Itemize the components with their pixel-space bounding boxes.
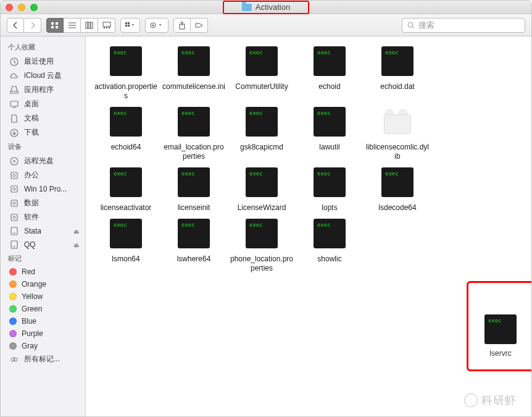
svg-rect-25 — [10, 101, 18, 106]
sidebar-item[interactable]: 应用程序 — [1, 83, 85, 97]
sidebar-item-label: 软件 — [24, 212, 39, 222]
file-item[interactable]: activation.properties — [93, 46, 159, 101]
file-item[interactable]: liblicensecomlic.dylib — [365, 107, 430, 161]
svg-rect-14 — [125, 22, 127, 24]
svg-point-43 — [14, 358, 17, 361]
eject-icon[interactable]: ⏏ — [73, 242, 79, 248]
zoom-button[interactable] — [30, 4, 38, 11]
file-item[interactable]: phone_location.properties — [229, 219, 294, 273]
sidebar-item[interactable]: Yellow — [1, 290, 85, 303]
sidebar[interactable]: 个人收藏最近使用iCloud 云盘应用程序桌面文稿下载设备远程光盘办公Win 1… — [1, 36, 86, 416]
file-item[interactable]: lawutil — [297, 107, 362, 161]
content-area[interactable]: activation.propertiescommutelicense.iniC… — [86, 36, 531, 416]
svg-rect-8 — [88, 22, 90, 28]
dragged-file[interactable]: lservrc — [484, 314, 517, 358]
disc-icon — [9, 156, 19, 166]
sidebar-item-label: Stata — [24, 227, 41, 235]
back-button[interactable] — [7, 18, 24, 33]
file-item[interactable]: commutelicense.ini — [161, 46, 227, 101]
file-grid: activation.propertiescommutelicense.iniC… — [93, 46, 524, 273]
eject-icon[interactable]: ⏏ — [73, 228, 79, 235]
file-label: licenseinit — [178, 203, 210, 213]
search-field[interactable]: 搜索 — [402, 18, 525, 33]
sidebar-item[interactable]: 所有标记... — [1, 352, 85, 366]
file-item[interactable]: LicenseWizard — [229, 167, 294, 213]
sidebar-section-header: 设备 — [1, 140, 85, 154]
tag-dot-icon — [9, 293, 17, 300]
file-item[interactable]: licenseactivator — [93, 167, 159, 213]
tag-dot-icon — [9, 268, 17, 276]
sidebar-item[interactable]: 远程光盘 — [1, 154, 85, 168]
exec-icon — [178, 167, 210, 200]
file-item[interactable]: showlic — [297, 219, 362, 273]
sidebar-item-label: 办公 — [24, 170, 39, 180]
svg-rect-34 — [11, 200, 17, 206]
svg-point-35 — [13, 202, 15, 204]
file-label: showlic — [317, 255, 341, 264]
view-gallery-button[interactable] — [98, 18, 115, 33]
sidebar-item-label: Yellow — [22, 292, 43, 301]
sidebar-item[interactable]: 办公 — [1, 168, 85, 182]
file-item[interactable]: lopts — [297, 167, 362, 213]
exec-icon — [178, 46, 210, 78]
file-item[interactable]: lsmon64 — [93, 219, 159, 273]
sidebar-item[interactable]: Win 10 Pro... — [1, 182, 85, 196]
exec-icon — [178, 219, 210, 251]
sidebar-item-label: Orange — [22, 280, 46, 289]
sidebar-item[interactable]: 软件 — [1, 210, 85, 224]
action-menu-button[interactable] — [145, 18, 168, 33]
file-item[interactable]: echoid.dat — [365, 46, 430, 101]
sidebar-item[interactable]: Blue — [1, 315, 85, 327]
sidebar-item-label: Gray — [22, 342, 38, 350]
svg-rect-16 — [125, 25, 127, 27]
sidebar-item[interactable]: Orange — [1, 278, 85, 290]
svg-rect-38 — [11, 227, 17, 235]
file-item[interactable]: lsdecode64 — [365, 167, 430, 213]
cloud-icon — [9, 71, 19, 81]
sidebar-item[interactable]: 最近使用 — [1, 54, 85, 69]
file-item[interactable]: CommuterUtility — [229, 46, 294, 101]
sidebar-item[interactable]: Green — [1, 303, 85, 315]
window-title: Activation — [242, 2, 290, 12]
file-label: lservrc — [489, 349, 511, 358]
file-item[interactable]: gsk8capicmd — [229, 107, 294, 161]
svg-rect-40 — [11, 241, 17, 248]
sidebar-item[interactable]: Red — [1, 266, 85, 278]
sidebar-item[interactable]: 文稿 — [1, 111, 85, 125]
view-icons-button[interactable] — [46, 18, 64, 33]
svg-rect-0 — [51, 22, 54, 25]
file-item[interactable]: email_location.properties — [161, 107, 227, 161]
sidebar-item-label: QQ — [24, 240, 36, 249]
sidebar-item[interactable]: iCloud 云盘 — [1, 69, 85, 83]
sidebar-item[interactable]: Purple — [1, 327, 85, 340]
file-item[interactable]: echoid — [297, 46, 362, 101]
minimize-button[interactable] — [18, 4, 25, 11]
forward-button[interactable] — [24, 18, 41, 33]
file-item[interactable]: licenseinit — [161, 167, 227, 213]
file-label: licenseactivator — [101, 203, 152, 213]
file-item[interactable]: lswhere64 — [161, 219, 227, 273]
svg-point-19 — [152, 24, 154, 26]
arrange-button[interactable] — [120, 18, 140, 33]
tags-button[interactable] — [191, 18, 208, 33]
arrange-group — [120, 18, 140, 33]
svg-rect-7 — [86, 22, 88, 28]
sidebar-item[interactable]: QQ⏏ — [1, 238, 85, 251]
sidebar-item[interactable]: 数据 — [1, 196, 85, 210]
sidebar-item[interactable]: 下载 — [1, 125, 85, 140]
file-label: email_location.properties — [162, 143, 226, 161]
sidebar-item[interactable]: 桌面 — [1, 97, 85, 111]
sidebar-item-label: 下载 — [24, 127, 39, 138]
sidebar-item[interactable]: Stata⏏ — [1, 224, 85, 238]
exec-icon — [381, 167, 414, 200]
file-item[interactable]: echoid64 — [93, 107, 159, 161]
view-columns-button[interactable] — [81, 18, 98, 33]
exec-icon — [110, 219, 142, 251]
hdd-icon — [9, 198, 19, 208]
svg-rect-12 — [106, 27, 107, 28]
share-button[interactable] — [173, 18, 191, 33]
close-button[interactable] — [6, 4, 13, 11]
sidebar-item[interactable]: Gray — [1, 340, 85, 352]
view-list-button[interactable] — [64, 18, 81, 33]
svg-line-23 — [412, 27, 414, 28]
